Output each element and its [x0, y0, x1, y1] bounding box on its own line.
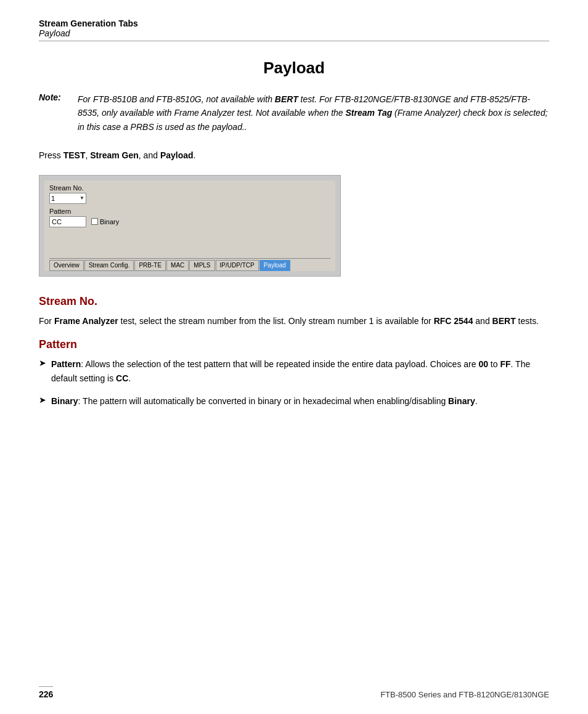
section-heading-stream-no: Stream No. [39, 295, 549, 308]
header-divider [39, 41, 549, 41]
binary-checkbox-label[interactable]: Binary [91, 218, 119, 225]
tab-ip-udp-tcp[interactable]: IP/UDP/TCP [216, 260, 259, 271]
footer: 226 FTB-8500 Series and FTB-8120NGE/8130… [39, 686, 549, 699]
footer-right: FTB-8500 Series and FTB-8120NGE/8130NGE [380, 690, 549, 699]
pattern-value: CC [52, 218, 62, 225]
section-pattern: Pattern ➤ Pattern: Allows the selection … [39, 338, 549, 408]
header-title: Stream Generation Tabs [39, 18, 549, 28]
stream-no-value: 1 [51, 195, 55, 202]
ui-tabbar: Overview Stream Config. PRB-TE MAC MPLS … [49, 258, 330, 271]
pattern-field-group: Pattern CC Binary [49, 208, 330, 227]
note-block: Note: For FTB-8510B and FTB-8510G, not a… [39, 92, 549, 134]
note-label: Note: [39, 92, 73, 134]
bullet-item-binary: ➤ Binary: The pattern will automatically… [39, 394, 549, 408]
pattern-input[interactable]: CC [49, 216, 86, 227]
main-heading: Payload [39, 59, 549, 78]
ui-spacer [49, 231, 330, 256]
bullet-text-binary: Binary: The pattern will automatically b… [51, 394, 478, 408]
tab-mpls[interactable]: MPLS [189, 260, 214, 271]
binary-label: Binary [100, 218, 119, 225]
stream-no-label: Stream No. [49, 184, 330, 192]
press-instruction: Press TEST, Stream Gen, and Payload. [39, 148, 549, 162]
header-subtitle: Payload [39, 28, 549, 38]
stream-no-dropdown[interactable]: 1 ▼ [49, 193, 86, 204]
tab-stream-config[interactable]: Stream Config. [84, 260, 134, 271]
page-number: 226 [39, 689, 53, 699]
stream-no-field-group: Stream No. 1 ▼ [49, 184, 330, 204]
section-stream-no: Stream No. For Frame Analyzer test, sele… [39, 295, 549, 328]
bullet-item-pattern: ➤ Pattern: Allows the selection of the t… [39, 357, 549, 386]
tab-payload[interactable]: Payload [259, 260, 290, 271]
stream-no-paragraph: For Frame Analyzer test, select the stre… [39, 314, 549, 328]
bullet-text-pattern: Pattern: Allows the selection of the tes… [51, 357, 549, 386]
section-heading-pattern: Pattern [39, 338, 549, 351]
tab-mac[interactable]: MAC [166, 260, 189, 271]
binary-checkbox[interactable] [91, 218, 98, 225]
header: Stream Generation Tabs Payload [39, 18, 549, 41]
bullet-arrow-icon-2: ➤ [39, 395, 46, 405]
tab-overview[interactable]: Overview [49, 260, 84, 271]
bullet-arrow-icon: ➤ [39, 358, 46, 368]
ui-mockup: Stream No. 1 ▼ Pattern CC Binary [39, 175, 341, 277]
footer-left: 226 [39, 686, 53, 699]
tab-prb-te[interactable]: PRB-TE [134, 260, 166, 271]
dropdown-arrow-icon: ▼ [80, 195, 84, 201]
bullet-list: ➤ Pattern: Allows the selection of the t… [39, 357, 549, 408]
pattern-label: Pattern [49, 208, 330, 215]
note-text: For FTB-8510B and FTB-8510G, not availab… [78, 92, 549, 134]
